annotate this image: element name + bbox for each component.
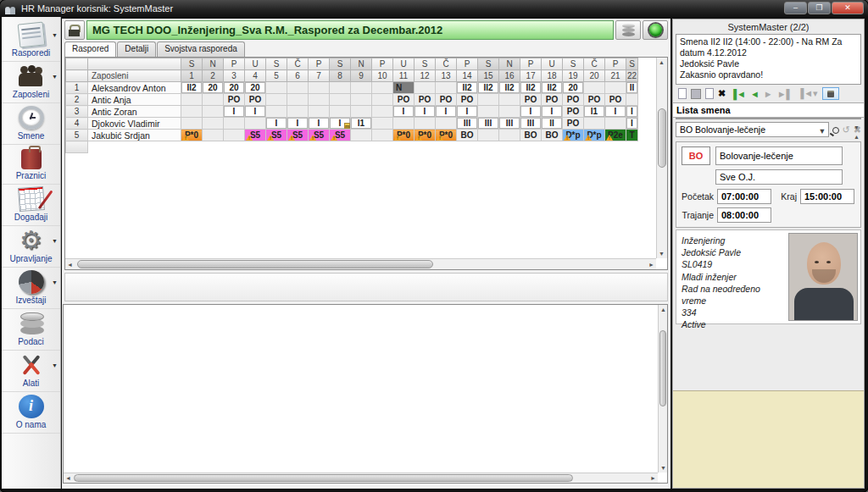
shift-cell[interactable] [203,106,224,118]
shift-cell[interactable] [287,106,309,118]
database-button[interactable] [615,20,641,40]
shift-cell[interactable] [224,118,245,130]
shift-cell[interactable]: PO [563,118,584,130]
sidebar-item-rasporedi[interactable]: Rasporedi▼ [2,20,60,62]
shift-cell[interactable]: PO [245,94,266,106]
scroll-down-icon[interactable]: ▼ [852,123,861,132]
shift-cell[interactable] [436,118,457,130]
shift-cell[interactable]: I [309,118,330,130]
shift-select-dropdown[interactable]: BO Bolovanje-lečenje [676,122,829,137]
sidebar-item-podaci[interactable]: Podaci [2,309,60,351]
shift-cell[interactable]: II2 [457,82,478,94]
shift-cell[interactable] [266,82,287,94]
horizontal-scrollbar[interactable]: ◄ ► [65,258,656,269]
vertical-scrollbar[interactable]: ▲ ▼ [658,305,667,473]
shift-cell[interactable] [584,82,605,94]
shift-cell[interactable]: I [520,106,542,118]
shift-cell[interactable]: II2 [520,82,542,94]
shift-cell[interactable] [372,94,393,106]
scroll-up-icon[interactable]: ▲ [659,305,668,314]
shift-cell[interactable] [626,94,638,106]
horizontal-scrollbar[interactable]: ◄ ► [64,473,658,483]
row-number-cell[interactable]: 1 [66,82,88,94]
shift-cell[interactable] [436,82,457,94]
shift-cell[interactable]: D*p [563,130,584,141]
shift-cell[interactable]: S5 [245,130,266,141]
shift-cell[interactable] [203,118,224,130]
shift-cell[interactable] [351,130,372,141]
shift-cell[interactable]: 20 [224,82,245,94]
shift-cell[interactable] [330,94,351,106]
shift-cell[interactable] [584,118,605,130]
shift-cell[interactable]: P*0 [181,130,203,141]
shift-cell[interactable]: N [393,82,415,94]
row-number-cell[interactable]: 2 [66,94,88,106]
shift-cell[interactable]: I [605,106,626,118]
reset-icon[interactable]: ↺ [843,124,850,135]
sidebar-item-zaposleni[interactable]: Zaposleni▼ [2,62,60,103]
tab-svojstva-rasporeda[interactable]: Svojstva rasporeda [157,41,245,57]
tab-detalji[interactable]: Detalji [117,41,156,57]
scroll-up-icon[interactable]: ▲ [852,132,861,141]
shift-cell[interactable] [266,106,287,118]
shift-cell[interactable]: P*0 [415,130,436,141]
sidebar-item-dogadjaji[interactable]: Događaji [2,185,60,226]
shift-cell[interactable]: III [478,118,499,130]
shift-cell[interactable]: II2 [499,82,520,94]
chevron-down-icon[interactable]: ▼ [52,32,58,38]
shift-cell[interactable] [372,82,393,94]
sidebar-item-izvestaji[interactable]: Izveštaji▼ [2,268,60,309]
shift-cell[interactable] [605,82,626,94]
shift-cell[interactable]: I [542,106,563,118]
shift-cell[interactable]: II [542,118,563,130]
shift-cell[interactable] [287,94,309,106]
shift-cell[interactable] [478,130,499,141]
shift-cell[interactable]: PO [542,94,563,106]
row-number-cell[interactable]: 3 [66,106,88,118]
edit-record-icon[interactable] [705,88,714,99]
end-time-field[interactable]: 15:00:00 [800,189,854,204]
shift-cell[interactable]: I [266,118,287,130]
shift-cell[interactable] [181,94,203,106]
shift-cell[interactable] [478,94,499,106]
status-led-button[interactable] [643,20,668,40]
employee-name-cell[interactable]: Jakubić Srdjan [88,130,181,141]
sidebar-item-praznici[interactable]: Praznici [2,145,60,185]
shift-cell[interactable]: II [626,82,638,94]
lock-button[interactable] [64,20,85,40]
search-icon[interactable] [832,125,839,135]
sidebar-item-upravljanje[interactable]: ⚙Upravljanje▼ [2,226,60,268]
shift-cell[interactable]: II2 [181,82,203,94]
shift-cell[interactable] [393,118,415,130]
shift-cell[interactable]: PO [605,94,626,106]
shift-cell[interactable]: 20 [563,82,584,94]
shift-cell[interactable] [245,118,266,130]
shift-cell[interactable]: D*p [584,130,605,141]
shift-cell[interactable]: I [224,106,245,118]
scroll-right-icon[interactable]: ► [647,260,656,269]
vertical-scrollbar[interactable]: ▲ ▼ [656,58,667,258]
shift-cell[interactable]: T [626,130,638,141]
shift-cell[interactable]: BO [457,130,478,141]
shift-cell[interactable]: I [287,118,309,130]
duration-field[interactable]: 08:00:00 [717,207,771,223]
nav-first-icon[interactable]: ▐◄ [730,89,746,99]
shift-cell[interactable]: I [457,106,478,118]
row-number-cell[interactable] [66,141,88,153]
scroll-thumb[interactable] [77,260,433,268]
restore-button[interactable]: ❐ [808,2,831,14]
shift-cell[interactable] [309,82,330,94]
shift-cell[interactable]: III [457,118,478,130]
nav-next-icon[interactable]: ► [764,89,773,99]
scroll-left-icon[interactable]: ◄ [64,473,73,483]
shift-cell[interactable] [224,130,245,141]
shift-cell[interactable]: I [245,106,266,118]
shift-cell[interactable]: I [436,106,457,118]
shift-cell[interactable]: I [626,106,638,118]
employee-name-cell[interactable]: Djokovic Vladimir [88,118,181,130]
shift-cell[interactable]: III [499,118,520,130]
row-number-cell[interactable]: 5 [66,130,88,141]
shift-cell[interactable]: II2 [542,82,563,94]
shift-cell[interactable] [309,94,330,106]
shift-cell[interactable] [203,94,224,106]
